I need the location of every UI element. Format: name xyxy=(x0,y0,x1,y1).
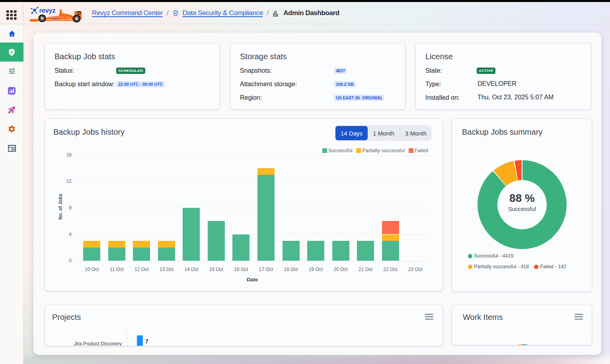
svg-text:REVYZ: REVYZ xyxy=(52,17,59,20)
svg-text:33: 33 xyxy=(78,12,80,14)
svg-text:revyz: revyz xyxy=(39,7,56,14)
